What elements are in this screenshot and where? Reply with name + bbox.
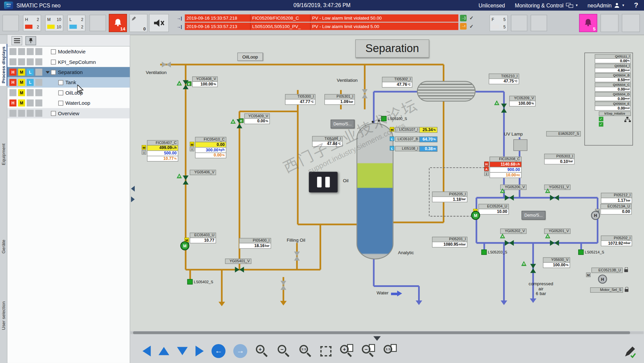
instrument-pi05301_l[interactable]: PI05301_l1.09bar bbox=[325, 94, 355, 105]
instrument-yg05202_v[interactable]: YG05202_V bbox=[500, 228, 526, 234]
expand-tree-button[interactable] bbox=[131, 196, 135, 202]
instrument-pi05202_l[interactable]: PI05202_l1072.92mbar bbox=[601, 236, 632, 246]
display-checkbox[interactable] bbox=[51, 111, 56, 116]
tree-item-tank[interactable]: HMLTank bbox=[7, 77, 130, 88]
tree-item-separation[interactable]: HMLSeparation bbox=[7, 67, 130, 77]
alarm-row[interactable]: →|2019-09-16 15:33:57.213LS05100/LS05100… bbox=[177, 23, 476, 30]
zoom-selection-out-button[interactable]: − bbox=[361, 344, 375, 358]
instrument-pi05205_l[interactable]: PI05205_l1.18bar bbox=[432, 192, 467, 202]
mute-alarms-button[interactable] bbox=[149, 14, 169, 32]
collapse-handle-icon[interactable] bbox=[373, 336, 381, 341]
instrument-yc05409_v[interactable]: EYC05409_V0.00% bbox=[244, 114, 270, 124]
tree-item-waterloop[interactable]: HMWaterLoop bbox=[7, 98, 130, 108]
zoom-original-button[interactable]: 1:1 bbox=[299, 344, 312, 358]
pen-check-icon[interactable] bbox=[623, 346, 636, 360]
side-tab-user-selection[interactable]: User selection bbox=[0, 299, 7, 332]
scrollbar-thumb[interactable] bbox=[133, 331, 630, 334]
alarm-counter-m[interactable]: M1010 bbox=[45, 15, 63, 31]
valve-yc05209[interactable] bbox=[499, 103, 509, 113]
back-button[interactable]: ← bbox=[211, 344, 225, 358]
zoom-selection-in-button[interactable]: + bbox=[339, 344, 353, 358]
filling-valve-2[interactable] bbox=[279, 281, 288, 290]
forward-button[interactable]: → bbox=[233, 344, 247, 358]
pin-panel-button[interactable] bbox=[25, 36, 36, 45]
instrument-ec05213a_u[interactable]: MEC05213A_U0.00 bbox=[600, 204, 632, 215]
instrument-fic05410_c[interactable]: MiFIC05410_C0.00300.00kg/h0.00% bbox=[195, 137, 226, 158]
instrument-pi05303_l[interactable]: PI05303_l0.10bar bbox=[544, 154, 574, 165]
alarm-counter-l[interactable]: L22 bbox=[67, 15, 85, 31]
display-checkbox[interactable] bbox=[51, 49, 56, 54]
instrument-lic05107_b[interactable]: LLIC05107_B64.70% bbox=[395, 137, 437, 142]
instrument-y05600_v[interactable]: Y05600_V100.00% bbox=[543, 257, 570, 268]
switch-ls05214_s[interactable]: LS05214_S bbox=[578, 249, 604, 255]
instrument-ti05300_l[interactable]: TI05300_l47.77°C bbox=[285, 94, 315, 105]
instrument-fic05407_c[interactable]: MiFIC05407_C499.09L/h500.0010.77% bbox=[147, 140, 178, 162]
instrument-yg05201_v[interactable]: YG05201_V bbox=[544, 228, 570, 234]
display-checkbox[interactable] bbox=[58, 80, 63, 85]
alarm-action-icon[interactable]: →] bbox=[460, 15, 466, 21]
tree-item-oilloop[interactable]: MOilLoop bbox=[7, 88, 130, 98]
instrument-ti05104_l[interactable]: TI05104_l47.84°C bbox=[312, 136, 342, 147]
valve-yg05211[interactable] bbox=[550, 193, 559, 202]
separation-column-vessel[interactable] bbox=[357, 123, 393, 260]
alarm-ack-icon[interactable]: ✓ bbox=[469, 15, 476, 21]
instrument-pi05212_l[interactable]: PI05212_l1.17bar bbox=[601, 193, 632, 203]
collapse-tree-button[interactable] bbox=[131, 186, 135, 192]
display-checkbox[interactable] bbox=[58, 100, 63, 105]
sep-initialize-button[interactable]: k/Sep_Initialize bbox=[599, 112, 631, 116]
display-checkbox[interactable] bbox=[51, 59, 56, 65]
mode-menu[interactable]: Monitoring & Control ▾ bbox=[515, 2, 578, 8]
instrument-ti05302_l[interactable]: TI05302_l47.76°C bbox=[382, 77, 412, 88]
message-summary-button[interactable]: 5 bbox=[579, 14, 597, 32]
uv-lamp-device[interactable] bbox=[513, 139, 527, 151]
instrument-yg05401_v[interactable]: YG05401_V bbox=[225, 259, 251, 264]
nav-right-button[interactable] bbox=[196, 346, 204, 357]
demo-button[interactable]: Demo/S... bbox=[522, 211, 546, 220]
instrument-ti05210_l[interactable]: TI05210_l47.75°C bbox=[489, 74, 519, 84]
valve-yg05206[interactable] bbox=[505, 193, 514, 202]
zoom-selection-original-button[interactable]: 1:1 bbox=[383, 344, 396, 358]
switch-ls05100_s[interactable]: LS05100_S bbox=[381, 116, 407, 121]
instrument-motor_sel_s[interactable]: Motor_Sel_S bbox=[590, 287, 623, 293]
instrument-eia05207_s[interactable]: EIA05207_S bbox=[546, 131, 581, 137]
list-view-button[interactable] bbox=[11, 36, 22, 45]
pump-ec05204[interactable]: M bbox=[471, 211, 480, 220]
nav-left-button[interactable] bbox=[143, 346, 151, 357]
tree-item-modelmovie[interactable]: ModelMovie bbox=[7, 46, 130, 56]
heat-exchanger[interactable] bbox=[417, 81, 475, 102]
operator-notes-button[interactable]: 0 bbox=[129, 14, 148, 32]
valve-yg05202[interactable] bbox=[505, 238, 514, 247]
switch-ls05402_s[interactable]: LS05402_S bbox=[187, 279, 213, 285]
valve-y05600[interactable] bbox=[529, 264, 538, 273]
user-menu[interactable]: neoAdmin ▾ bbox=[588, 2, 624, 8]
pump-ec05403[interactable]: M bbox=[180, 241, 189, 250]
nav-up-button[interactable] bbox=[158, 347, 169, 355]
nav-down-button[interactable] bbox=[177, 347, 188, 355]
help-button[interactable]: ? bbox=[634, 1, 638, 9]
display-checkbox[interactable] bbox=[51, 70, 56, 75]
alarm-ack-icon[interactable]: ✓ bbox=[469, 23, 476, 29]
instrument-li05108_l[interactable]: LLI05108_l0.38m bbox=[395, 146, 437, 152]
instrument-yc05408_v[interactable]: EYC05408_V100.00% bbox=[192, 76, 217, 87]
filling-valve-1[interactable] bbox=[292, 251, 302, 261]
side-tab-equipment[interactable]: Equipment bbox=[0, 141, 7, 168]
alarm-row[interactable]: →|2019-09-16 15:33:57.218FIC05208/FIC052… bbox=[177, 15, 476, 22]
instrument-yc05209_v[interactable]: YC05209_V100.00% bbox=[509, 96, 536, 106]
side-tab-process-displays[interactable]: Process displays bbox=[0, 44, 7, 86]
instrument-ec05213b_u[interactable]: MEC05213B_U bbox=[591, 268, 622, 273]
alarm-summary-button[interactable]: 14 bbox=[109, 14, 127, 32]
instrument-pi05400_l[interactable]: PI05400_l18.16bar bbox=[239, 238, 271, 249]
switch-ls05203_s[interactable]: LS05203_S bbox=[481, 249, 507, 255]
ventilation-valve-1[interactable] bbox=[162, 60, 171, 69]
instrument-pi05201_l[interactable]: PI05201_l1080.95mbar bbox=[432, 237, 467, 248]
horizontal-scrollbar[interactable] bbox=[131, 331, 644, 334]
alarm-action-icon[interactable]: →! bbox=[460, 23, 466, 29]
ventilation-valve-2[interactable] bbox=[360, 89, 369, 98]
zoom-fit-button[interactable] bbox=[320, 346, 332, 356]
instrument-fic05208_c[interactable]: HAiFIC05208_C1140.68L/h900.0010.00Hz bbox=[490, 156, 522, 178]
display-checkbox[interactable] bbox=[58, 90, 63, 95]
zoom-out-button[interactable]: − bbox=[277, 344, 291, 358]
pump-ec05213a[interactable]: H bbox=[591, 211, 600, 220]
instrument-ec05204_u[interactable]: MEC05204_U10.00 bbox=[479, 204, 509, 215]
side-tab-geräte[interactable]: Geräte bbox=[0, 237, 7, 256]
